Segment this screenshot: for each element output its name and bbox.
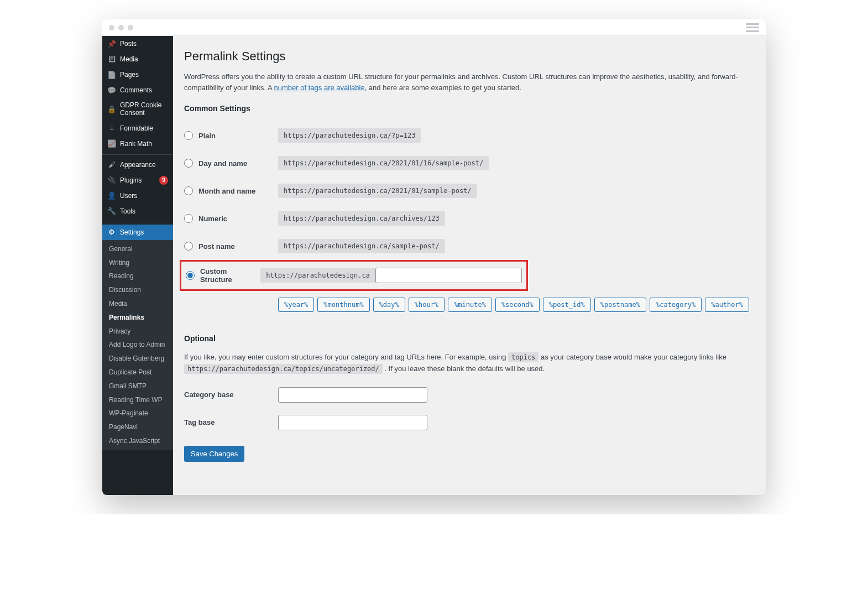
category-base-label: Category base (184, 390, 278, 399)
sidebar-item-label: GDPR Cookie Consent (120, 101, 168, 117)
submenu-item-async-javascript[interactable]: Async JavaScript (102, 434, 173, 448)
save-changes-button[interactable]: Save Changes (184, 446, 244, 462)
radio-numeric[interactable] (184, 214, 193, 223)
submenu-item-add-logo-to-admin[interactable]: Add Logo to Admin (102, 338, 173, 352)
formidable-icon: ≡ (107, 124, 116, 133)
permalink-example: https://parachutedesign.ca/?p=123 (278, 128, 421, 143)
permalink-option-row: Post namehttps://parachutedesign.ca/samp… (184, 232, 755, 260)
sidebar-item-label: Formidable (120, 124, 168, 132)
sidebar-item-label: Media (120, 55, 168, 63)
users-icon: 👤 (107, 191, 116, 200)
settings-icon: ⚙ (107, 228, 116, 237)
permalink-example: https://parachutedesign.ca/2021/01/sampl… (278, 184, 477, 198)
optional-description: If you like, you may enter custom struct… (184, 352, 755, 375)
title-bar (102, 19, 766, 36)
submenu-item-media[interactable]: Media (102, 297, 173, 311)
permalink-example: https://parachutedesign.ca/sample-post/ (278, 239, 445, 253)
structure-tag-hour[interactable]: %hour% (409, 298, 445, 312)
sidebar-item-appearance[interactable]: 🖌Appearance (102, 157, 173, 173)
hamburger-icon[interactable] (746, 23, 759, 32)
sidebar-item-label: Posts (120, 40, 168, 48)
sidebar-item-label: Pages (120, 71, 168, 79)
traffic-light-zoom[interactable] (128, 25, 133, 30)
radio-post-name[interactable] (184, 242, 193, 251)
submenu-item-discussion[interactable]: Discussion (102, 283, 173, 297)
radio-day-and-name[interactable] (184, 159, 193, 168)
gdpr-cookie-consent-icon: 🔒 (107, 105, 116, 113)
submenu-item-gmail-smtp[interactable]: Gmail SMTP (102, 379, 173, 393)
structure-tag-postname[interactable]: %postname% (594, 298, 646, 312)
submenu-item-disable-gutenberg[interactable]: Disable Gutenberg (102, 352, 173, 366)
sidebar-item-media[interactable]: 🖼Media (102, 51, 173, 67)
admin-sidebar: 📌Posts🖼Media📄Pages💬Comments🔒GDPR Cookie … (102, 36, 173, 495)
permalink-option-row: Day and namehttps://parachutedesign.ca/2… (184, 149, 755, 177)
structure-tag-monthnum[interactable]: %monthnum% (317, 298, 369, 312)
structure-tag-day[interactable]: %day% (373, 298, 405, 312)
permalink-example: https://parachutedesign.ca/archives/123 (278, 211, 445, 226)
page-title: Permalink Settings (184, 49, 755, 64)
description-text-tail: , and here are some examples to get you … (365, 84, 521, 92)
sidebar-item-settings[interactable]: ⚙Settings (102, 225, 173, 240)
structure-tag-category[interactable]: %category% (650, 298, 702, 312)
category-base-input[interactable] (278, 387, 427, 403)
sidebar-item-users[interactable]: 👤Users (102, 188, 173, 204)
structure-tag-author[interactable]: %author% (705, 298, 749, 312)
permalink-option-label: Numeric (198, 215, 227, 223)
rank-math-icon: 📈 (107, 139, 116, 148)
submenu-item-wp-paginate[interactable]: WP-Paginate (102, 407, 173, 420)
structure-tag-second[interactable]: %second% (495, 298, 540, 312)
permalink-option-label: Month and name (198, 187, 255, 195)
submenu-item-general[interactable]: General (102, 242, 173, 256)
example-topics-code: topics (508, 352, 538, 362)
custom-structure-label: Custom Structure (200, 267, 260, 284)
sidebar-item-tools[interactable]: 🔧Tools (102, 204, 173, 219)
optional-heading: Optional (184, 334, 755, 343)
sidebar-item-posts[interactable]: 📌Posts (102, 36, 173, 51)
permalink-example: https://parachutedesign.ca/2021/01/16/sa… (278, 156, 489, 170)
comments-icon: 💬 (107, 86, 116, 95)
media-icon: 🖼 (107, 55, 116, 64)
submenu-item-duplicate-post[interactable]: Duplicate Post (102, 366, 173, 379)
traffic-light-close[interactable] (109, 25, 114, 30)
appearance-icon: 🖌 (107, 160, 116, 169)
pages-icon: 📄 (107, 70, 116, 79)
common-settings-heading: Common Settings (184, 104, 755, 113)
tag-base-label: Tag base (184, 418, 278, 426)
sidebar-item-comments[interactable]: 💬Comments (102, 82, 173, 98)
submenu-item-pagenavi[interactable]: PageNavi (102, 420, 173, 434)
radio-month-and-name[interactable] (184, 186, 193, 195)
sidebar-item-formidable[interactable]: ≡Formidable (102, 121, 173, 136)
browser-window: 📌Posts🖼Media📄Pages💬Comments🔒GDPR Cookie … (102, 19, 766, 495)
sidebar-item-label: Users (120, 192, 168, 200)
permalink-option-label: Post name (198, 242, 235, 251)
sidebar-item-label: Comments (120, 86, 168, 94)
window-controls (109, 25, 133, 30)
submenu-item-writing[interactable]: Writing (102, 256, 173, 270)
base-url: https://parachutedesign.ca (260, 268, 375, 283)
sidebar-item-rank-math[interactable]: 📈Rank Math (102, 136, 173, 152)
submenu-item-privacy[interactable]: Privacy (102, 325, 173, 338)
traffic-light-minimize[interactable] (118, 25, 124, 30)
sidebar-item-label: Appearance (120, 161, 168, 169)
structure-tag-post_id[interactable]: %post_id% (543, 298, 591, 312)
sidebar-item-plugins[interactable]: 🔌Plugins9 (102, 173, 173, 188)
permalink-option-row: Plainhttps://parachutedesign.ca/?p=123 (184, 122, 755, 149)
tags-available-link[interactable]: number of tags are available (274, 84, 365, 92)
permalink-option-label: Day and name (198, 159, 247, 168)
radio-plain[interactable] (184, 131, 193, 140)
custom-structure-highlight: Custom Structure https://parachutedesign… (180, 260, 528, 291)
submenu-item-permalinks[interactable]: Permalinks (102, 311, 173, 325)
submenu-item-reading[interactable]: Reading (102, 269, 173, 283)
posts-icon: 📌 (107, 39, 116, 48)
custom-structure-input[interactable] (375, 268, 522, 283)
sidebar-item-pages[interactable]: 📄Pages (102, 67, 173, 82)
structure-tag-year[interactable]: %year% (278, 298, 314, 312)
submenu-item-reading-time-wp[interactable]: Reading Time WP (102, 393, 173, 407)
tools-icon: 🔧 (107, 207, 116, 216)
structure-tag-minute[interactable]: %minute% (448, 298, 492, 312)
radio-custom-structure[interactable] (186, 271, 195, 280)
sidebar-item-gdpr-cookie-consent[interactable]: 🔒GDPR Cookie Consent (102, 98, 173, 121)
permalink-option-row: Numerichttps://parachutedesign.ca/archiv… (184, 205, 755, 232)
update-badge: 9 (159, 176, 168, 185)
tag-base-input[interactable] (278, 415, 427, 430)
